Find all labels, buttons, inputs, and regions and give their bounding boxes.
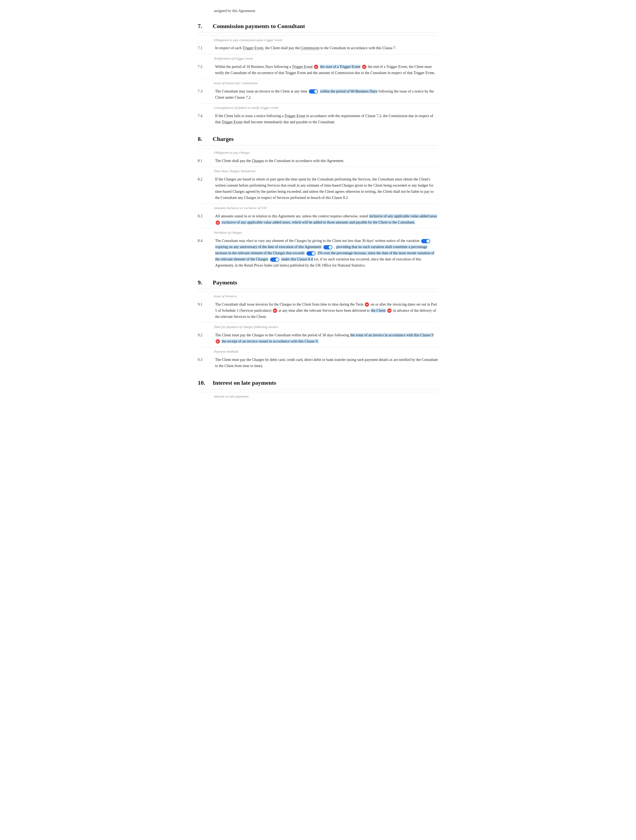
clause-label-71: Obligation to pay commission upon trigge… bbox=[198, 36, 438, 44]
clause-group-93: Payment methods 9.3 The Client must pay … bbox=[198, 347, 438, 371]
toggle-84d[interactable] bbox=[270, 257, 279, 262]
clause-group-91: Issue of invoices 9.1 The Consultant sha… bbox=[198, 292, 438, 321]
clause-group-81: Obligation to pay charges 8.1 The Client… bbox=[198, 148, 438, 166]
section-8-title: Charges bbox=[213, 134, 233, 144]
clause-row-74: 7.4 If the Client fails to issue a notic… bbox=[198, 111, 438, 127]
clause-text-83: All amounts stated in or in relation to … bbox=[215, 213, 438, 225]
section-7-header: 7. Commission payments to Consultant bbox=[198, 21, 438, 33]
clause-row-82: 8.2 If the Charges are based in whole or… bbox=[198, 175, 438, 202]
clause-row-83: 8.3 All amounts stated in or in relation… bbox=[198, 212, 438, 227]
or-badge-92: or bbox=[216, 339, 220, 344]
clause-num-74: 7.4 bbox=[198, 113, 213, 125]
clause-group-83: Amounts inclusive or exclusive of VAT 8.… bbox=[198, 204, 438, 227]
clause-group-72: Notification of trigger event 7.2 Within… bbox=[198, 54, 438, 77]
clause-label-74: Consequences of failure to notify trigge… bbox=[198, 103, 438, 111]
clause-group-73: Issue of invoice for commission 7.3 The … bbox=[198, 79, 438, 102]
clause-num-84: 8.4 bbox=[198, 238, 213, 268]
section-8-header: 8. Charges bbox=[198, 134, 438, 145]
clause-num-91: 9.1 bbox=[198, 301, 213, 320]
clause-num-81: 8.1 bbox=[198, 158, 213, 164]
or-badge-72b: or bbox=[362, 65, 366, 69]
clause-num-92: 9.2 bbox=[198, 332, 213, 344]
clause-num-73: 7.3 bbox=[198, 88, 213, 101]
clause-label-83: Amounts inclusive or exclusive of VAT bbox=[198, 204, 438, 212]
highlight-start-trigger: the start of a Trigger Event bbox=[320, 65, 361, 69]
clause-text-81: The Client shall pay the Charges to the … bbox=[215, 158, 438, 164]
or-badge-91a: or bbox=[365, 302, 369, 306]
clause-label-91: Issue of invoices bbox=[198, 292, 438, 300]
clause-group-84: Variation of charges 8.4 The Consultant … bbox=[198, 228, 438, 270]
toggle-84b[interactable] bbox=[323, 245, 332, 249]
section-9-header: 9. Payments bbox=[198, 278, 438, 289]
clause-group-71: Obligation to pay commission upon trigge… bbox=[198, 36, 438, 53]
toggle-84a[interactable] bbox=[421, 239, 430, 243]
highlight-under-clause: under this Clause 8.4 bbox=[281, 257, 313, 261]
trigger-event-71: Trigger Event bbox=[242, 46, 263, 50]
section-10-title: Interest on late payments bbox=[213, 378, 276, 387]
trigger-event-74b: Trigger Event bbox=[222, 120, 242, 124]
or-badge-83: or bbox=[216, 221, 220, 225]
highlight-anniversary: expiring on any anniversary of the date … bbox=[215, 245, 321, 249]
top-text: assigned by this Agreement. bbox=[198, 8, 438, 14]
or-badge-91c: or bbox=[387, 308, 392, 313]
clause-row-93: 9.3 The Client must pay the Charges by d… bbox=[198, 355, 438, 371]
clause-text-92: The Client must pay the Charges to the C… bbox=[215, 332, 438, 344]
highlight-exclusive: exclusive of any applicable value added … bbox=[222, 220, 416, 224]
clause-text-82: If the Charges are based in whole or par… bbox=[215, 176, 438, 201]
or-badge-72a: or bbox=[314, 65, 318, 69]
clause-row-91: 9.1 The Consultant shall issue invoices … bbox=[198, 300, 438, 321]
section-9-number: 9. bbox=[198, 278, 208, 287]
clause-label-73: Issue of invoice for commission bbox=[198, 79, 438, 87]
toggle-73[interactable] bbox=[309, 89, 318, 93]
clause-label-92: Time for payment of charges following in… bbox=[198, 322, 438, 330]
clause-label-10: Interest on late payments bbox=[198, 392, 438, 400]
charges-81: Charges bbox=[252, 159, 264, 163]
clause-text-93: The Client must pay the Charges by debit… bbox=[215, 357, 438, 369]
toggle-84c[interactable] bbox=[307, 251, 316, 256]
highlight-client-91: the Client bbox=[371, 308, 386, 313]
clause-label-81: Obligation to pay charges bbox=[198, 148, 438, 156]
trigger-event-74: Trigger Event bbox=[284, 114, 305, 118]
clause-group-74: Consequences of failure to notify trigge… bbox=[198, 103, 438, 127]
clause-group-10: Interest on late payments bbox=[198, 392, 438, 400]
highlight-invoice-92b: the receipt of an invoice issued in acco… bbox=[222, 339, 319, 343]
clause-row-84: 8.4 The Consultant may elect to vary any… bbox=[198, 236, 438, 270]
clause-row-81: 8.1 The Client shall pay the Charges to … bbox=[198, 156, 438, 166]
trigger-event-72: Trigger Event bbox=[292, 65, 313, 69]
clause-label-84: Variation of charges bbox=[198, 228, 438, 236]
clause-row-92: 9.2 The Client must pay the Charges to t… bbox=[198, 330, 438, 346]
clause-num-83: 8.3 bbox=[198, 213, 213, 225]
clause-text-91: The Consultant shall issue invoices for … bbox=[215, 301, 438, 320]
page-container: assigned by this Agreement. 7. Commissio… bbox=[198, 8, 438, 400]
section-9-title: Payments bbox=[213, 278, 237, 287]
clause-row-71: 7.1 In respect of each Trigger Event, th… bbox=[198, 43, 438, 53]
section-7-title: Commission payments to Consultant bbox=[213, 21, 305, 31]
clause-label-72: Notification of trigger event bbox=[198, 54, 438, 62]
clause-num-72: 7.2 bbox=[198, 64, 213, 76]
highlight-60-days: within the period of 60 Business Days bbox=[320, 89, 378, 93]
clause-text-84: The Consultant may elect to vary any ele… bbox=[215, 238, 438, 268]
or-badge-91b: or bbox=[273, 308, 277, 313]
section-7-number: 7. bbox=[198, 21, 208, 31]
commission-71: Commission bbox=[301, 46, 320, 50]
clause-label-82: Time-base charges limitations bbox=[198, 167, 438, 175]
clause-group-92: Time for payment of charges following in… bbox=[198, 322, 438, 346]
clause-text-73: The Consultant may issue an invoice to t… bbox=[215, 88, 438, 101]
section-10-number: 10. bbox=[198, 378, 208, 387]
highlight-invoice-92a: the issue of an invoice in accordance wi… bbox=[350, 333, 433, 337]
clause-num-82: 8.2 bbox=[198, 176, 213, 201]
clause-label-93: Payment methods bbox=[198, 347, 438, 355]
clause-text-74: If the Client fails to issue a notice fo… bbox=[215, 113, 438, 125]
clause-text-72: Within the period of 10 Business Days fo… bbox=[215, 64, 438, 76]
clause-num-93: 9.3 bbox=[198, 357, 213, 369]
clause-row-73: 7.3 The Consultant may issue an invoice … bbox=[198, 87, 438, 102]
clause-group-82: Time-base charges limitations 8.2 If the… bbox=[198, 167, 438, 202]
section-10-header: 10. Interest on late payments bbox=[198, 378, 438, 389]
section-8-number: 8. bbox=[198, 134, 208, 144]
highlight-inclusive: inclusive of any applicable value added … bbox=[369, 214, 437, 218]
clause-row-72: 7.2 Within the period of 10 Business Day… bbox=[198, 62, 438, 77]
clause-text-71: In respect of each Trigger Event, the Cl… bbox=[215, 45, 438, 51]
clause-num-71: 7.1 bbox=[198, 45, 213, 51]
